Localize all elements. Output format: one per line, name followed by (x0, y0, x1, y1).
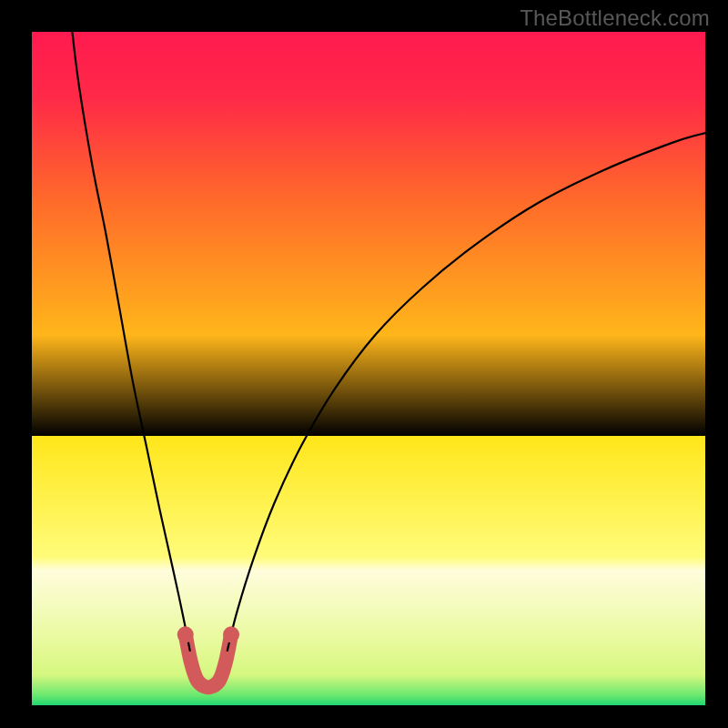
u-right-dot (223, 626, 239, 642)
gradient-background (32, 32, 705, 705)
watermark-text: TheBottleneck.com (520, 5, 710, 31)
plot-area (32, 32, 705, 705)
chart-frame: TheBottleneck.com (0, 0, 728, 728)
chart-svg (32, 32, 705, 705)
u-left-dot (177, 626, 194, 642)
